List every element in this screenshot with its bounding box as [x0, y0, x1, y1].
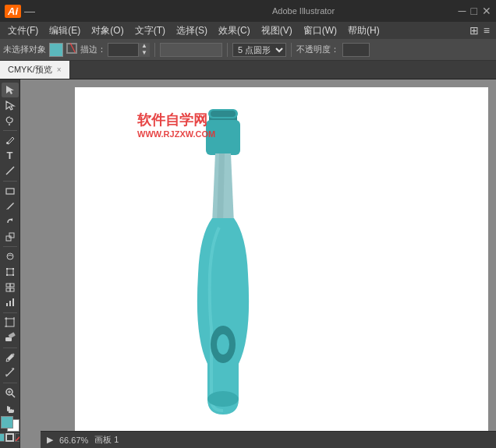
color-gradient-icon[interactable] — [5, 433, 14, 442]
tool-direct-selection[interactable] — [2, 98, 19, 113]
tool-separator-1 — [3, 130, 17, 131]
tool-zoom[interactable] — [2, 386, 19, 400]
title-bar: Ai — Adobe Illustrator ─ □ ✕ — [0, 0, 496, 22]
svg-rect-16 — [10, 284, 14, 287]
svg-point-2 — [9, 124, 10, 125]
tool-line[interactable] — [2, 164, 19, 178]
svg-rect-11 — [6, 268, 8, 270]
window-close[interactable]: ✕ — [482, 5, 491, 17]
tool-selection[interactable] — [2, 83, 19, 97]
stroke-value-input[interactable] — [108, 43, 139, 57]
zoom-level: 66.67% — [59, 436, 88, 445]
tool-hand[interactable] — [2, 400, 19, 415]
minimize-icon[interactable]: — — [24, 5, 35, 17]
svg-rect-20 — [9, 301, 11, 306]
options-toolbar: 未选择对象 ╲ 描边： ▲ ▼ 5 点圆形 不透明度： 100 — [0, 39, 496, 61]
color-mode-buttons — [0, 433, 20, 442]
tab-label: CMYK/预览 — [8, 64, 52, 76]
main-content: T — [0, 79, 496, 448]
svg-point-44 — [217, 334, 229, 355]
menu-window[interactable]: 窗口(W) — [299, 23, 342, 39]
tool-pencil[interactable] — [2, 199, 19, 213]
toggle-panels-icon[interactable]: ≡ — [484, 24, 490, 37]
stroke-indicator[interactable]: ╲ — [66, 43, 77, 56]
tool-separator-4 — [3, 312, 17, 313]
svg-rect-5 — [6, 189, 14, 194]
tool-separator-3 — [3, 246, 17, 247]
stroke-label: 描边： — [80, 44, 106, 55]
tool-text[interactable]: T — [2, 148, 19, 163]
toolbar-divider-1 — [154, 43, 155, 57]
document-tab[interactable]: CMYK/预览 × — [0, 61, 70, 79]
svg-marker-0 — [6, 86, 14, 94]
artboard: 软件自学网 WWW.RJZXW.COM — [75, 87, 488, 440]
svg-marker-1 — [6, 101, 14, 110]
tool-separator-6 — [3, 383, 17, 383]
svg-rect-7 — [6, 236, 11, 241]
stroke-decrement[interactable]: ▼ — [139, 50, 150, 57]
menu-bar: 文件(F) 编辑(E) 对象(O) 文字(T) 选择(S) 效果(C) 视图(V… — [0, 22, 496, 39]
svg-rect-14 — [12, 274, 14, 276]
toolbar-divider-2 — [227, 43, 228, 57]
color-section — [0, 416, 20, 445]
tab-bar: CMYK/预览 × — [0, 61, 496, 79]
tool-measure[interactable] — [2, 365, 19, 380]
opacity-input[interactable]: 100 — [342, 43, 370, 57]
left-toolbar: T — [0, 79, 20, 448]
tool-symbol[interactable] — [2, 280, 19, 295]
tab-close-button[interactable]: × — [57, 65, 62, 74]
window-title: Adobe Illustrator — [272, 6, 335, 16]
menu-type[interactable]: 文字(T) — [130, 23, 170, 39]
tool-separator-5 — [3, 347, 17, 348]
status-info: ▶ — [47, 435, 53, 445]
svg-rect-40 — [206, 120, 240, 155]
svg-rect-45 — [211, 111, 236, 117]
svg-rect-22 — [6, 319, 14, 326]
svg-rect-10 — [7, 269, 13, 275]
svg-line-4 — [6, 167, 14, 175]
svg-rect-37 — [7, 406, 9, 411]
svg-rect-18 — [10, 288, 14, 291]
brush-preview — [160, 43, 222, 57]
toolbar-divider-3 — [291, 43, 292, 57]
svg-rect-15 — [6, 284, 10, 287]
svg-point-42 — [207, 391, 239, 407]
tool-pen[interactable] — [2, 133, 19, 148]
tool-warp[interactable] — [2, 249, 19, 264]
svg-line-30 — [6, 369, 14, 376]
foreground-color[interactable] — [1, 416, 13, 429]
fill-color-box[interactable] — [49, 43, 63, 57]
menu-object[interactable]: 对象(O) — [87, 23, 128, 39]
color-fill-icon[interactable] — [0, 433, 5, 442]
tool-lasso[interactable] — [2, 113, 19, 128]
opacity-label: 不透明度： — [296, 44, 339, 55]
svg-rect-19 — [6, 303, 8, 306]
window-maximize[interactable]: □ — [471, 5, 477, 17]
menu-edit[interactable]: 编辑(E) — [44, 23, 85, 39]
status-bar: ▶ 66.67% 画板 1 — [41, 431, 496, 448]
menu-select[interactable]: 选择(S) — [172, 23, 212, 39]
color-none-icon[interactable] — [15, 433, 20, 442]
brush-select[interactable]: 5 点圆形 — [232, 43, 286, 57]
menu-help[interactable]: 帮助(H) — [343, 23, 384, 39]
tool-eraser[interactable] — [2, 330, 19, 345]
menu-view[interactable]: 视图(V) — [257, 23, 297, 39]
tool-graph[interactable] — [2, 295, 19, 310]
svg-point-3 — [6, 142, 9, 144]
tool-rectangle[interactable] — [2, 184, 19, 199]
tool-rotate[interactable] — [2, 214, 19, 229]
svg-marker-6 — [10, 218, 12, 221]
tool-artboard[interactable] — [2, 315, 19, 330]
window-minimize[interactable]: ─ — [459, 5, 466, 17]
no-selection-label: 未选择对象 — [3, 44, 46, 55]
tool-free-transform[interactable] — [2, 265, 19, 280]
svg-line-34 — [12, 394, 15, 397]
svg-point-29 — [12, 353, 14, 355]
svg-rect-8 — [9, 233, 14, 238]
tool-eyedropper[interactable] — [2, 350, 19, 365]
grid-view-icon[interactable]: ⊞ — [469, 24, 479, 37]
toothbrush-illustration — [176, 103, 270, 446]
menu-file[interactable]: 文件(F) — [3, 23, 43, 39]
tool-scale[interactable] — [2, 229, 19, 244]
menu-effect[interactable]: 效果(C) — [214, 23, 255, 39]
